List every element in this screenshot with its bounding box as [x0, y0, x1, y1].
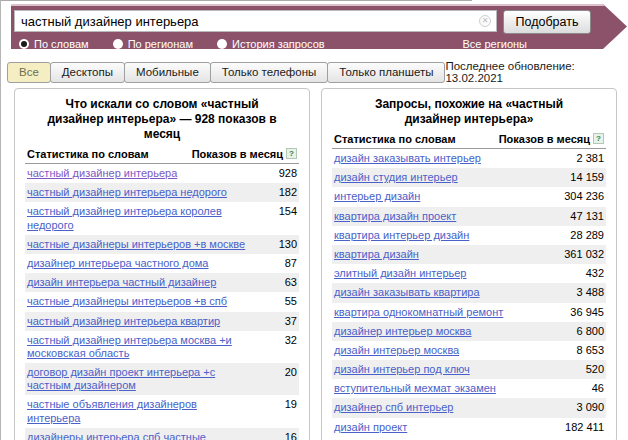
table-row: частный дизайнер интерьера королев недор… [25, 202, 299, 234]
table-row: частные дизайнеры интерьеров +в спб 55 [25, 292, 299, 311]
impressions-value: 16 [279, 431, 297, 440]
table-row: квартира интерьер дизайн 28 289 [332, 226, 606, 245]
impressions-value: 63 [279, 276, 297, 289]
keyword-link[interactable]: дизайнеры интерьера спб частные объявлен… [27, 431, 247, 440]
radio-label: По словам [34, 38, 89, 50]
column-header-impressions: Показов в месяц [499, 133, 590, 145]
table-row: дизайнер интерьера частного дома 87 [25, 254, 299, 273]
table-header: Статистика по словам Показов в месяц ? [25, 146, 299, 164]
impressions-value: 46 [586, 382, 604, 395]
device-tabs-row: Все Десктопы Мобильные Только телефоны Т… [8, 60, 620, 84]
device-tab[interactable]: Только планшеты [327, 62, 445, 83]
keyword-link[interactable]: частные объявления дизайнеров интерьера [27, 398, 247, 424]
last-update-label: Последнее обновление: 13.02.2021 [445, 60, 620, 84]
table-row: частные объявления дизайнеров интерьера … [25, 395, 299, 427]
keyword-link[interactable]: элитный дизайн интерьер [334, 267, 467, 280]
keyword-link[interactable]: дизайн интерьер москва [334, 344, 459, 357]
keyword-link[interactable]: дизайнер спб интерьер [334, 401, 453, 414]
keyword-link[interactable]: квартира дизайн [334, 248, 419, 261]
search-input[interactable] [14, 10, 497, 32]
keyword-link[interactable]: дизайн интерьера частный дизайнер [27, 276, 216, 289]
table-header: Статистика по словам Показов в месяц ? [332, 131, 606, 149]
table-row: дизайн проект 182 411 [332, 418, 606, 437]
column-header-impressions: Показов в месяц [192, 148, 283, 160]
similar-queries-panel: Запросы, похожие на «частный дизайнер ин… [321, 88, 617, 440]
search-mode-radio[interactable]: История запросов [217, 38, 325, 50]
table-row: дизайн интерьер под ключ 520 [332, 360, 606, 379]
keyword-link[interactable]: частные дизайнеры интерьеров +в спб [27, 295, 227, 308]
device-tab[interactable]: Все [7, 62, 51, 83]
keyword-link[interactable]: частный дизайнер интерьера квартир [27, 315, 220, 328]
table-row: дизайн интерьера частный дизайнер 63 [25, 273, 299, 292]
table-row: интерьер дизайн 304 236 [332, 187, 606, 206]
keyword-link[interactable]: частный дизайнер интерьера [27, 167, 177, 180]
help-icon[interactable]: ? [593, 133, 604, 144]
keyword-link[interactable]: дизайн интерьер под ключ [334, 363, 470, 376]
keyword-table-body: частный дизайнер интерьера 928 частный д… [25, 164, 299, 440]
similar-table-body: дизайн заказывать интерьер 2 381 дизайн … [332, 149, 606, 437]
keyword-link[interactable]: дизайн студия интерьер [334, 171, 458, 184]
impressions-value: 87 [279, 257, 297, 270]
table-row: дизайн заказывать интерьер 2 381 [332, 149, 606, 168]
radio-icon [217, 39, 227, 49]
impressions-value: 8 653 [570, 344, 604, 357]
impressions-value: 6 800 [570, 325, 604, 338]
keyword-link[interactable]: интерьер дизайн [334, 190, 420, 203]
table-row: дизайнер интерьер москва 6 800 [332, 322, 606, 341]
table-row: дизайн интерьер москва 8 653 [332, 341, 606, 360]
keyword-link[interactable]: квартира дизайн проект [334, 210, 456, 223]
keyword-link[interactable]: дизайнер интерьер москва [334, 325, 471, 338]
impressions-value: 130 [273, 238, 297, 251]
clear-search-icon[interactable]: ✕ [479, 15, 491, 27]
search-mode-row: По словам По регионам История запросов В… [14, 38, 591, 50]
impressions-value: 432 [580, 267, 604, 280]
keyword-link[interactable]: дизайн заказывать интерьер [334, 152, 481, 165]
table-row: частный дизайнер интерьера 928 [25, 164, 299, 183]
table-row: дизайн заказывать квартира 3 488 [332, 283, 606, 302]
help-icon[interactable]: ? [286, 148, 297, 159]
search-submit-button[interactable]: Подобрать [503, 10, 591, 34]
impressions-value: 2 381 [570, 152, 604, 165]
search-input-wrap: ✕ [14, 10, 497, 34]
impressions-value: 928 [273, 167, 297, 180]
keyword-link[interactable]: договор дизайн проект интерьера +с частн… [27, 366, 247, 392]
keyword-link[interactable]: частный дизайнер интерьера недорого [27, 186, 227, 199]
device-tabs: Все Десктопы Мобильные Только телефоны Т… [8, 62, 445, 83]
all-regions-link[interactable]: Все регионы [462, 38, 527, 50]
impressions-value: 182 [273, 186, 297, 199]
impressions-value: 28 289 [564, 229, 604, 242]
device-tab[interactable]: Десктопы [50, 62, 125, 83]
table-row: вступительный мехмат экзамен 46 [332, 379, 606, 398]
panel-title: Запросы, похожие на «частный дизайнер ин… [332, 94, 606, 127]
column-header-impressions-wrap: Показов в месяц ? [499, 133, 604, 145]
table-row: квартира дизайн 361 032 [332, 245, 606, 264]
impressions-value: 304 236 [558, 190, 604, 203]
impressions-value: 32 [279, 334, 297, 347]
device-tab[interactable]: Мобильные [124, 62, 211, 83]
keyword-stats-panel: Что искали со словом «частный дизайнер и… [14, 88, 310, 440]
column-header-keywords: Статистика по словам [334, 133, 456, 145]
keyword-link[interactable]: квартира однокомнатный ремонт [334, 306, 503, 319]
impressions-value: 20 [279, 366, 297, 379]
table-row: частный дизайнер интерьера квартир 37 [25, 312, 299, 331]
device-tab[interactable]: Только телефоны [210, 62, 328, 83]
search-mode-radio[interactable]: По словам [19, 38, 89, 50]
keyword-link[interactable]: вступительный мехмат экзамен [334, 382, 496, 395]
search-mode-radios: По словам По регионам История запросов [19, 38, 325, 50]
search-mode-radio[interactable]: По регионам [113, 38, 193, 50]
impressions-value: 361 032 [558, 248, 604, 261]
keyword-link[interactable]: дизайн заказывать квартира [334, 286, 480, 299]
impressions-value: 3 090 [570, 401, 604, 414]
keyword-link[interactable]: дизайнер интерьера частного дома [27, 257, 208, 270]
table-row: частные дизайнеры интерьеров +в москве 1… [25, 235, 299, 254]
column-header-keywords: Статистика по словам [27, 148, 149, 160]
keyword-link[interactable]: частный дизайнер интерьера королев недор… [27, 205, 247, 231]
keyword-link[interactable]: частный дизайнер интерьера москва +и мос… [27, 334, 247, 360]
keyword-link[interactable]: частные дизайнеры интерьеров +в москве [27, 238, 245, 251]
page-border-left [0, 0, 1, 440]
search-banner: ✕ Подобрать По словам По регионам Истори… [11, 4, 627, 49]
keyword-link[interactable]: квартира интерьер дизайн [334, 229, 469, 242]
keyword-link[interactable]: дизайн проект [334, 421, 407, 434]
table-row: квартира дизайн проект 47 131 [332, 207, 606, 226]
impressions-value: 182 411 [559, 421, 604, 434]
